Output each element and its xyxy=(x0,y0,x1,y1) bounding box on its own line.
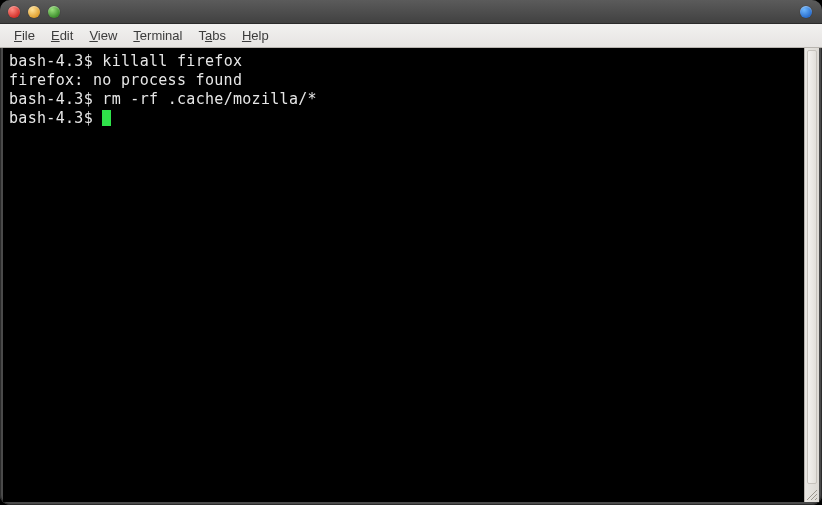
terminal-viewport[interactable]: bash-4.3$ killall firefoxfirefox: no pro… xyxy=(3,48,804,502)
shade-window-button[interactable] xyxy=(800,6,812,18)
terminal-line: firefox: no process found xyxy=(9,71,798,90)
menu-edit[interactable]: Edit xyxy=(43,26,81,45)
resize-grip-icon[interactable] xyxy=(804,487,818,501)
output-text: firefox: no process found xyxy=(9,71,242,89)
prompt: bash-4.3$ xyxy=(9,52,93,70)
menu-label: erminal xyxy=(140,28,183,43)
terminal-area: bash-4.3$ killall firefoxfirefox: no pro… xyxy=(3,48,819,502)
vertical-scrollbar[interactable] xyxy=(804,48,819,502)
menu-label: dit xyxy=(60,28,74,43)
menu-terminal[interactable]: Terminal xyxy=(125,26,190,45)
terminal-line: bash-4.3$ xyxy=(9,109,798,128)
menu-view[interactable]: View xyxy=(81,26,125,45)
close-window-button[interactable] xyxy=(8,6,20,18)
prompt: bash-4.3$ xyxy=(9,90,93,108)
titlebar[interactable] xyxy=(0,0,822,24)
menu-label: iew xyxy=(98,28,118,43)
menu-tabs[interactable]: Tabs xyxy=(190,26,233,45)
prompt: bash-4.3$ xyxy=(9,109,93,127)
command-text: rm -rf .cache/mozilla/* xyxy=(102,90,317,108)
menubar: File Edit View Terminal Tabs Help xyxy=(0,24,822,48)
command-text: killall firefox xyxy=(102,52,242,70)
svg-line-2 xyxy=(815,498,817,500)
scrollbar-thumb[interactable] xyxy=(807,50,817,484)
terminal-window: File Edit View Terminal Tabs Help bash-4… xyxy=(0,0,822,505)
terminal-line: bash-4.3$ killall firefox xyxy=(9,52,798,71)
menu-label: bs xyxy=(212,28,226,43)
menu-label: ile xyxy=(22,28,35,43)
window-controls xyxy=(8,6,60,18)
menu-help[interactable]: Help xyxy=(234,26,277,45)
cursor-block xyxy=(102,110,111,126)
menu-label: elp xyxy=(251,28,268,43)
maximize-window-button[interactable] xyxy=(48,6,60,18)
menu-file[interactable]: File xyxy=(6,26,43,45)
terminal-line: bash-4.3$ rm -rf .cache/mozilla/* xyxy=(9,90,798,109)
minimize-window-button[interactable] xyxy=(28,6,40,18)
